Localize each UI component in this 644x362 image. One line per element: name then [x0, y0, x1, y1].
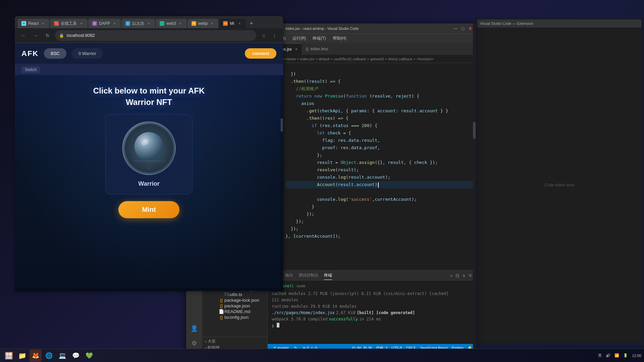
- menu-help[interactable]: 帮助(H): [330, 35, 349, 42]
- input-method-icon: 英: [598, 353, 602, 358]
- mi-favicon: M: [223, 21, 228, 26]
- sound-icon: 🔊: [606, 353, 610, 358]
- tree-item-pkg-json[interactable]: {} package.json: [202, 303, 267, 309]
- browser-taskbar[interactable]: 🦊: [30, 350, 42, 362]
- tab-eth[interactable]: ⟠ 以太坊 ×: [121, 19, 155, 28]
- new-tab-button[interactable]: +: [247, 19, 256, 28]
- tab-webp[interactable]: W webp ×: [187, 19, 219, 28]
- close-panel-button[interactable]: ✕: [468, 273, 472, 278]
- term-text-5c: in 214 ms: [359, 316, 381, 322]
- right-app-panel: Visual Studio Code — Extension Code edit…: [477, 19, 641, 343]
- tab-dapp-label: DAPP: [99, 21, 110, 26]
- tab-dapp[interactable]: D DAPP ×: [88, 19, 121, 28]
- menu-run[interactable]: 运行(R): [290, 35, 309, 42]
- tab-online-label: 在线工具: [61, 21, 77, 26]
- breadcrumb-text: pages > Home > index.jsx > default > use…: [272, 57, 434, 61]
- mint-button[interactable]: Mint: [118, 201, 179, 218]
- tab-online[interactable]: 🔧 在线工具 ×: [50, 19, 88, 28]
- refresh-button[interactable]: ↻: [43, 31, 52, 40]
- term-text-4b: 2.67 KiB: [336, 310, 356, 316]
- tab-web3-label: web3: [166, 21, 176, 26]
- daxue-section[interactable]: › 大笑: [205, 339, 265, 344]
- json-file-icon3: {}: [218, 315, 224, 320]
- code-taskbar[interactable]: 💻: [56, 350, 68, 362]
- split-terminal-button[interactable]: ⊟: [455, 273, 460, 278]
- pkg-json-label: package.json: [224, 303, 250, 308]
- term-text-1: cached modules 2.72 MiB (javascript) 6.1…: [272, 291, 448, 297]
- tab-react-close[interactable]: ×: [41, 21, 45, 26]
- nft-card: I Warrior: [105, 114, 193, 194]
- term-text-3: runtime modules 29.9 KiB 14 modules: [272, 303, 357, 310]
- forward-button[interactable]: →: [31, 31, 40, 40]
- node-label: node: [297, 283, 306, 289]
- maximize-button[interactable]: □: [462, 26, 464, 31]
- tree-item-tsconfig[interactable]: {} tsconfig.json: [202, 314, 267, 320]
- activity-settings[interactable]: ⚙: [188, 337, 200, 349]
- editor-tabs: {} index.jsx × {} index.less: [268, 43, 476, 55]
- code-content[interactable]: }) .then((result) => { //检测账户 return new…: [283, 63, 476, 270]
- start-button[interactable]: 🪟: [3, 350, 15, 362]
- network-icon: 📶: [614, 353, 619, 358]
- tab-mi-close[interactable]: ×: [237, 21, 242, 26]
- tab-dapp-close[interactable]: ×: [112, 21, 117, 26]
- switch-label[interactable]: Switch: [21, 66, 40, 73]
- terminal-content[interactable]: powershell node cached modules 2.72 MiB …: [268, 281, 476, 344]
- menu-terminal[interactable]: 终端(T): [310, 35, 328, 42]
- new-terminal-button[interactable]: +: [450, 273, 453, 278]
- terminal-powershell-label: powershell node: [272, 283, 472, 289]
- term-text-2: 112 modules: [272, 297, 298, 303]
- bookmark-button[interactable]: ☆: [259, 31, 268, 40]
- back-button[interactable]: ←: [19, 31, 28, 40]
- tab-react-label: React: [28, 21, 39, 26]
- tab-close-jsx[interactable]: ×: [295, 47, 298, 52]
- panel-tabs: 问题 输出 调试控制台 终端 + ⊟ ∧ ✕: [268, 270, 476, 281]
- nft-label: Warrior: [138, 180, 159, 187]
- sys-tray: 英 🔊 📶 🔋 12:00: [598, 353, 641, 358]
- editor-tab-index-less[interactable]: {} index.less: [302, 43, 335, 55]
- address-bar[interactable]: 🔒 localhost:8082: [55, 30, 256, 41]
- tab-mi[interactable]: M Mi ×: [219, 19, 246, 28]
- term-text-5a: webpack 5.70.0 compiled: [272, 316, 327, 322]
- term-line-3: runtime modules 29.9 KiB 14 modules: [272, 303, 472, 310]
- file-explorer-taskbar[interactable]: 📁: [16, 350, 28, 362]
- panel-tab-debug[interactable]: 调试控制台: [299, 271, 319, 280]
- code-editor: 71 72 73 74 75 76 77 78 79 80 81 82 83 8…: [268, 63, 476, 270]
- tab-eth-close[interactable]: ×: [146, 21, 151, 26]
- term-line-4: ./src/pages/Home/index.jsx 2.67 KiB [bui…: [272, 310, 472, 316]
- tab-react[interactable]: ⚛ React ×: [17, 19, 49, 28]
- browser-window: ⚛ React × 🔧 在线工具 × D DAPP × ⟠ 以太坊 × 🌐: [15, 16, 283, 291]
- tab-online-close[interactable]: ×: [79, 21, 84, 26]
- panel-tab-output[interactable]: 输出: [285, 271, 293, 280]
- close-button[interactable]: ✕: [468, 26, 472, 31]
- breadcrumb: pages > Home > index.jsx > default > use…: [268, 55, 476, 63]
- panel-tab-terminal[interactable]: 终端: [324, 271, 332, 280]
- maximize-panel-button[interactable]: ∧: [462, 273, 466, 278]
- weixin-taskbar[interactable]: 💚: [83, 350, 95, 362]
- tree-item-utils[interactable]: TS utils.ts: [202, 292, 267, 297]
- tab-web3[interactable]: 🌐 web3 ×: [156, 19, 187, 28]
- extensions-button[interactable]: ⋮: [270, 31, 279, 40]
- right-app-body: Code editor area: [477, 27, 641, 343]
- connect-button[interactable]: connect: [245, 48, 276, 59]
- battery-icon: 🔋: [623, 353, 628, 358]
- tab-web3-close[interactable]: ×: [178, 21, 183, 26]
- tsconfig-label: tsconfig.json: [224, 315, 249, 320]
- json-file-icon2: {}: [218, 303, 224, 308]
- svg-text:I: I: [149, 167, 149, 170]
- qq-taskbar[interactable]: 💬: [70, 350, 82, 362]
- terminal-cursor: [277, 323, 279, 327]
- term-text-5b: successfully: [329, 316, 358, 322]
- term-line-5: webpack 5.70.0 compiled successfully in …: [272, 316, 472, 322]
- edge-taskbar[interactable]: 🌐: [43, 350, 55, 362]
- tab-webp-close[interactable]: ×: [210, 21, 214, 26]
- tree-item-pkg-lock[interactable]: {} package-lock.json: [202, 297, 267, 303]
- nft-orb-svg: I: [123, 121, 175, 175]
- win-taskbar: 🪟 📁 🦊 🌐 💻 💬 💚 英 🔊 📶 🔋 12:00: [0, 349, 644, 362]
- right-app-placeholder: Code editor area: [544, 183, 574, 187]
- ts-file-icon: TS: [224, 292, 230, 297]
- network-button[interactable]: BSC: [44, 48, 66, 59]
- minimize-button[interactable]: ─: [454, 26, 458, 31]
- activity-accounts[interactable]: 👤: [188, 322, 200, 335]
- term-line-1: cached modules 2.72 MiB (javascript) 6.1…: [272, 291, 472, 297]
- tree-item-readme[interactable]: 📄 README.md: [202, 309, 267, 314]
